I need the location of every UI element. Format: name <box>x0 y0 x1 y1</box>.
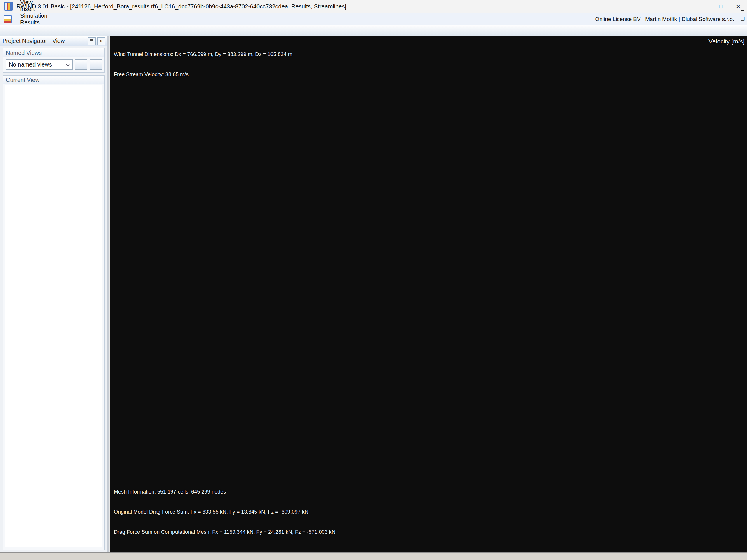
panel-title: Project Navigator - View <box>2 37 65 44</box>
minimize-button[interactable]: — <box>694 0 712 13</box>
chevron-down-icon <box>66 61 70 66</box>
named-views-dropdown[interactable]: No named views <box>5 59 73 70</box>
wind-tunnel-dimensions: Wind Tunnel Dimensions: Dx = 766.599 m, … <box>114 51 292 58</box>
legend-title: Velocity [m/s] <box>701 38 745 45</box>
named-views-group: Named Views No named views <box>3 48 105 73</box>
drag-force-original: Original Model Drag Force Sum: Fx = 633.… <box>114 509 336 515</box>
view-options-tree[interactable] <box>5 85 102 548</box>
window-title: RWIND 3.01 Basic - [241126_Herford_Bora_… <box>16 3 346 10</box>
save-view-button[interactable] <box>89 59 102 70</box>
maximize-button[interactable]: □ <box>712 0 729 13</box>
menu-simulation[interactable]: Simulation <box>15 12 53 19</box>
mesh-info: Mesh Information: 551 197 cells, 645 299… <box>114 475 336 549</box>
mdi-minimize-button[interactable]: – <box>738 6 747 15</box>
menu-view[interactable]: View <box>15 0 53 6</box>
apply-view-button[interactable] <box>75 59 87 70</box>
current-view-group: Current View <box>3 75 105 550</box>
menu-insert[interactable]: Insert <box>15 6 53 12</box>
velocity-legend: Velocity [m/s] <box>701 38 745 160</box>
viewport-3d[interactable]: Wind Tunnel Dimensions: Dx = 766.599 m, … <box>110 36 747 553</box>
license-info: Online License BV | Martin Motlík | Dlub… <box>595 16 738 23</box>
pin-icon <box>90 39 94 43</box>
project-navigator-panel: Project Navigator - View ✕ Named Views N… <box>0 36 108 553</box>
free-stream-velocity: Free Stream Velocity: 38.65 m/s <box>114 71 292 78</box>
drag-force-mesh: Drag Force Sum on Computational Mesh: Fx… <box>114 529 336 535</box>
app-icon <box>4 2 13 11</box>
document-icon <box>3 15 12 23</box>
mdi-restore-button[interactable]: ❒ <box>738 15 747 24</box>
pin-button[interactable] <box>88 37 96 45</box>
named-views-value: No named views <box>9 61 52 68</box>
menu-results[interactable]: Results <box>15 19 53 26</box>
panel-header: Project Navigator - View ✕ <box>0 36 107 46</box>
close-icon: ✕ <box>100 38 103 44</box>
main-toolbar <box>0 25 747 36</box>
named-views-caption: Named Views <box>3 48 104 57</box>
current-view-caption: Current View <box>3 76 104 84</box>
mesh-information: Mesh Information: 551 197 cells, 645 299… <box>114 488 336 495</box>
panel-close-button[interactable]: ✕ <box>98 37 105 45</box>
menu-bar: FileEditViewInsertSimulationResultsTools… <box>0 13 747 25</box>
title-bar: RWIND 3.01 Basic - [241126_Herford_Bora_… <box>0 0 747 13</box>
bottom-tab-bar <box>0 553 747 560</box>
wind-tunnel-info: Wind Tunnel Dimensions: Dx = 766.599 m, … <box>114 37 292 91</box>
